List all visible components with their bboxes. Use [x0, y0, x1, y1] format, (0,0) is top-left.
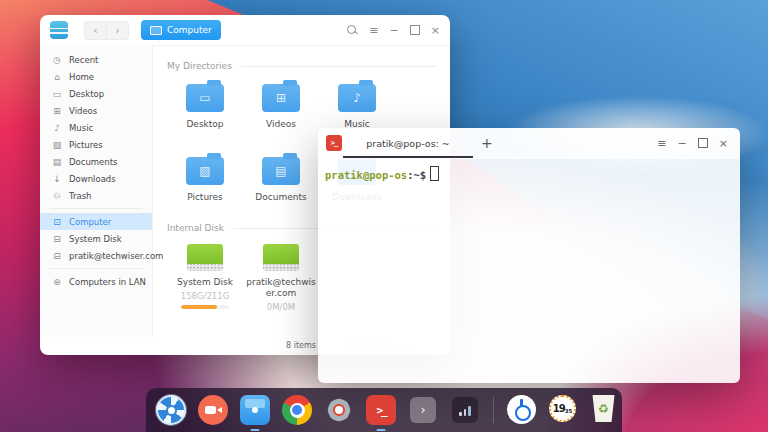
- sidebar-label: Trash: [69, 191, 91, 201]
- minimize-button[interactable]: −: [390, 25, 399, 36]
- sidebar-item-documents[interactable]: ▤Documents: [40, 153, 152, 170]
- forward-button[interactable]: ›: [106, 22, 128, 39]
- close-button[interactable]: ×: [431, 25, 440, 36]
- computer-icon: [150, 26, 162, 35]
- clock-hours: 19: [553, 403, 565, 414]
- disk-system[interactable]: System Disk 158G/211G: [167, 235, 243, 312]
- signal-bars-icon: [452, 397, 478, 423]
- folder-icon: ▭: [186, 84, 224, 112]
- terminal-window: >_ pratik@pop-os: ~ + ≡ − × pratik@pop-o…: [318, 128, 740, 383]
- videos-glyph-icon: ⊞: [262, 84, 300, 112]
- documents-glyph-icon: ▤: [262, 157, 300, 185]
- hard-disk-icon: [263, 244, 299, 271]
- folder-icon: ⊞: [262, 84, 300, 112]
- disk-user[interactable]: pratik@techwiser.com 0M/0M: [243, 235, 319, 312]
- dock-item-clock[interactable]: 1935: [549, 395, 579, 425]
- file-manager-app-icon: [50, 21, 68, 39]
- sidebar-item-system-disk[interactable]: ⊟System Disk: [40, 230, 152, 247]
- dock-item-file-manager[interactable]: [240, 395, 270, 425]
- folder-desktop[interactable]: ▭ Desktop: [167, 71, 243, 144]
- folder-documents[interactable]: ▤ Documents: [243, 144, 319, 217]
- section-title: My Directories: [167, 61, 232, 71]
- file-manager-titlebar[interactable]: ‹ › Computer ≡ − ×: [40, 15, 450, 46]
- gear-icon: [324, 395, 354, 425]
- chevron-right-icon: ›: [410, 397, 436, 423]
- trash-icon: ♲: [52, 191, 62, 201]
- disk-name: pratik@techwiser.com: [245, 277, 317, 299]
- folder-icon: ▤: [262, 157, 300, 185]
- back-button[interactable]: ‹: [85, 22, 106, 39]
- search-icon[interactable]: [346, 24, 358, 36]
- hard-disk-icon: [187, 244, 223, 271]
- disk-usage-fill: [181, 305, 217, 309]
- folder-videos[interactable]: ⊞ Videos: [243, 71, 319, 144]
- folder-label: Desktop: [186, 119, 223, 129]
- launcher-icon: [156, 395, 186, 425]
- terminal-icon: >_: [366, 395, 396, 425]
- screen-recorder-icon: [198, 395, 228, 425]
- sidebar-item-downloads[interactable]: ↓Downloads: [40, 170, 152, 187]
- folder-icon: ♪: [338, 84, 376, 112]
- sidebar-item-pictures[interactable]: ▨Pictures: [40, 136, 152, 153]
- sidebar-label: Pictures: [69, 140, 103, 150]
- dock-item-settings[interactable]: [324, 395, 354, 425]
- downloads-icon: ↓: [52, 174, 62, 184]
- sidebar-item-recent[interactable]: ◷Recent: [40, 51, 152, 68]
- dock-item-launcher[interactable]: [156, 395, 186, 425]
- dock-item-network-signal[interactable]: [452, 397, 478, 423]
- sidebar-item-music[interactable]: ♪Music: [40, 119, 152, 136]
- folder-pictures[interactable]: ▨ Pictures: [167, 144, 243, 217]
- dock-item-screen-recorder[interactable]: [198, 395, 228, 425]
- dock-item-power[interactable]: [507, 395, 537, 425]
- sidebar-item-videos[interactable]: ⊞Videos: [40, 102, 152, 119]
- sidebar-item-desktop[interactable]: ▭Desktop: [40, 85, 152, 102]
- prompt-symbol: $: [420, 169, 426, 181]
- disk-name: System Disk: [169, 277, 241, 288]
- sidebar-item-computer[interactable]: ⊡Computer: [40, 213, 152, 230]
- terminal-tabbar[interactable]: >_ pratik@pop-os: ~ + ≡ − ×: [318, 128, 740, 159]
- sidebar-label: Recent: [69, 55, 98, 65]
- chrome-icon: [282, 395, 312, 425]
- sidebar-label: Home: [69, 72, 94, 82]
- dock-item-tray-expander[interactable]: ›: [410, 397, 436, 423]
- location-tab-computer[interactable]: Computer: [141, 20, 221, 40]
- terminal-tab-title: pratik@pop-os: ~: [366, 138, 450, 149]
- terminal-app-icon: >_: [326, 135, 342, 151]
- pictures-glyph-icon: ▨: [186, 157, 224, 185]
- sidebar-separator: [50, 208, 142, 209]
- disk-icon: ⊟: [52, 234, 62, 244]
- dock-item-terminal[interactable]: >_: [366, 395, 396, 425]
- terminal-body[interactable]: pratik@pop-os:~$: [318, 158, 740, 383]
- sidebar-item-computers-in-lan[interactable]: ⊛Computers in LAN: [40, 273, 152, 290]
- dock-item-chrome[interactable]: [282, 395, 312, 425]
- sidebar-label: pratik@techwiser.com: [69, 251, 163, 261]
- music-icon: ♪: [52, 123, 62, 133]
- new-tab-button[interactable]: +: [481, 136, 493, 150]
- location-tab-label: Computer: [167, 25, 212, 35]
- videos-icon: ⊞: [52, 106, 62, 116]
- folder-label: Videos: [266, 119, 296, 129]
- sidebar-separator: [50, 268, 142, 269]
- trash-icon: ♻: [591, 395, 616, 422]
- desktop-icon: ▭: [52, 89, 62, 99]
- sidebar-item-home[interactable]: ⌂Home: [40, 68, 152, 85]
- prompt-user-host: pratik@pop-os: [325, 169, 407, 181]
- terminal-tab-active[interactable]: pratik@pop-os: ~: [351, 128, 465, 158]
- sidebar-item-trash[interactable]: ♲Trash: [40, 187, 152, 204]
- sidebar-label: Videos: [69, 106, 97, 116]
- minimize-button[interactable]: −: [678, 138, 687, 149]
- disk-usage: 158G/211G: [181, 291, 230, 301]
- power-icon: [507, 395, 536, 424]
- sidebar-label: System Disk: [69, 234, 122, 244]
- close-button[interactable]: ×: [719, 138, 728, 149]
- maximize-button[interactable]: [698, 138, 708, 148]
- clock-minutes: 35: [565, 408, 573, 414]
- maximize-button[interactable]: [410, 25, 420, 35]
- menu-button[interactable]: ≡: [657, 138, 666, 149]
- sidebar: ◷Recent ⌂Home ▭Desktop ⊞Videos ♪Music ▨P…: [40, 45, 153, 337]
- sidebar-item-user-disk[interactable]: ⊟pratik@techwiser.com: [40, 247, 152, 264]
- recycle-glyph-icon: ♻: [598, 403, 609, 415]
- menu-button[interactable]: ≡: [369, 25, 378, 36]
- network-icon: ⊛: [52, 277, 62, 287]
- dock-item-trash[interactable]: ♻: [591, 395, 621, 425]
